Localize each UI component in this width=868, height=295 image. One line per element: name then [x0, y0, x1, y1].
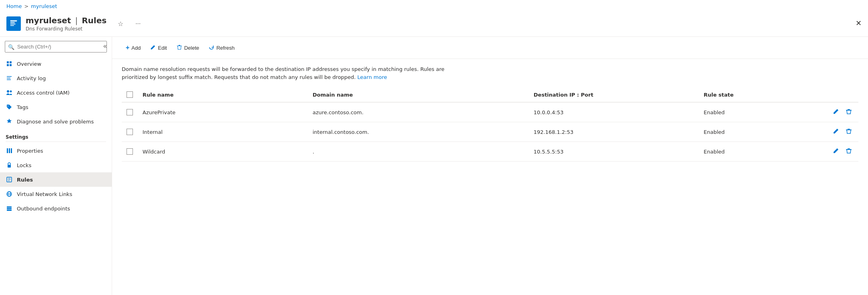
table-header-row: Rule name Domain name Destination IP : P… — [122, 87, 858, 102]
properties-icon — [6, 147, 13, 154]
sidebar-item-virtual-network-links[interactable]: Virtual Network Links — [0, 187, 112, 201]
favorite-button[interactable]: ☆ — [116, 18, 125, 29]
domain-name-cell: azure.contoso.com. — [308, 102, 529, 122]
learn-more-link[interactable]: Learn more — [358, 74, 387, 80]
table-row: Internal internal.contoso.com. 192.168.1… — [122, 122, 858, 142]
svg-rect-4 — [7, 61, 9, 63]
page-subtitle: Dns Forwarding Ruleset — [26, 26, 106, 32]
svg-rect-16 — [8, 165, 11, 168]
toolbar: + Add Edit Delete Refresh — [112, 37, 868, 59]
edit-button[interactable]: Edit — [146, 42, 171, 54]
select-all-checkbox[interactable] — [127, 91, 133, 98]
sidebar-item-rules[interactable]: Rules — [0, 172, 112, 187]
svg-rect-3 — [10, 25, 14, 26]
rule-name-cell: Wildcard — [138, 142, 308, 162]
add-button[interactable]: + Add — [122, 42, 145, 54]
breadcrumb-home[interactable]: Home — [6, 3, 22, 9]
svg-rect-15 — [11, 148, 12, 153]
rule-state-cell: Enabled — [699, 102, 826, 122]
row-edit-button[interactable] — [831, 107, 841, 117]
row-edit-button[interactable] — [831, 127, 841, 137]
table-row: Wildcard . 10.5.5.5:53 Enabled — [122, 142, 858, 162]
svg-point-11 — [7, 90, 9, 93]
sidebar: 🔍 « Overview Activity log — [0, 37, 112, 295]
sidebar-item-access-control[interactable]: Access control (IAM) — [0, 85, 112, 100]
sidebar-item-label: Overview — [17, 61, 41, 67]
row-edit-button[interactable] — [831, 147, 841, 156]
refresh-button[interactable]: Refresh — [205, 42, 239, 54]
collapse-icon: « — [103, 42, 107, 49]
resource-icon — [6, 16, 21, 31]
title-separator: | — [75, 16, 78, 25]
breadcrumb-current: myruleset — [31, 3, 57, 9]
collapse-sidebar-button[interactable]: « — [103, 42, 107, 50]
sidebar-item-properties[interactable]: Properties — [0, 143, 112, 158]
row-checkbox[interactable] — [127, 109, 133, 115]
info-text: Domain name resolution requests will be … — [112, 59, 472, 87]
outbound-endpoints-icon — [6, 205, 13, 212]
header-domain-name: Domain name — [308, 87, 529, 102]
row-delete-button[interactable] — [844, 107, 854, 117]
access-control-icon — [6, 89, 13, 96]
svg-rect-14 — [9, 148, 10, 153]
dest-ip-port-cell: 10.5.5.5:53 — [529, 142, 699, 162]
rule-name-cell: Internal — [138, 122, 308, 142]
domain-name-cell: . — [308, 142, 529, 162]
sidebar-item-overview[interactable]: Overview — [0, 57, 112, 71]
info-text-content: Domain name resolution requests will be … — [122, 66, 444, 80]
resource-name: myruleset — [26, 16, 71, 25]
sidebar-item-label: Properties — [17, 148, 43, 154]
sidebar-item-label: Outbound endpoints — [17, 206, 70, 212]
breadcrumb-separator: > — [24, 3, 28, 9]
star-icon: ☆ — [118, 20, 123, 28]
dest-ip-port-cell: 192.168.1.2:53 — [529, 122, 699, 142]
row-actions-cell — [826, 102, 858, 122]
sidebar-item-diagnose[interactable]: Diagnose and solve problems — [0, 114, 112, 129]
svg-rect-7 — [10, 64, 12, 66]
row-actions-cell — [826, 122, 858, 142]
row-checkbox[interactable] — [127, 148, 133, 155]
svg-rect-10 — [7, 79, 11, 80]
row-delete-button[interactable] — [844, 147, 854, 156]
rule-state-cell: Enabled — [699, 122, 826, 142]
search-input[interactable] — [5, 41, 107, 53]
row-checkbox-cell — [122, 122, 138, 142]
table-row: AzurePrivate azure.contoso.com. 10.0.0.4… — [122, 102, 858, 122]
svg-rect-22 — [7, 208, 12, 209]
sidebar-item-label: Diagnose and solve problems — [17, 119, 94, 125]
rule-name-cell: AzurePrivate — [138, 102, 308, 122]
sidebar-item-label: Virtual Network Links — [17, 191, 72, 197]
edit-label: Edit — [158, 45, 167, 51]
row-checkbox-cell — [122, 142, 138, 162]
close-button[interactable]: ✕ — [856, 19, 862, 28]
sidebar-item-label: Tags — [17, 104, 28, 110]
page-header-text: myruleset | Rules Dns Forwarding Ruleset — [26, 16, 106, 32]
virtual-network-links-icon — [6, 190, 13, 198]
sidebar-item-locks[interactable]: Locks — [0, 158, 112, 172]
rule-state-cell: Enabled — [699, 142, 826, 162]
row-checkbox[interactable] — [127, 129, 133, 135]
svg-rect-8 — [7, 76, 12, 77]
content-area: + Add Edit Delete Refresh — [112, 37, 868, 295]
sidebar-item-activity-log[interactable]: Activity log — [0, 71, 112, 85]
ellipsis-icon: ··· — [135, 20, 141, 27]
sidebar-item-outbound-endpoints[interactable]: Outbound endpoints — [0, 201, 112, 216]
header-rule-state: Rule state — [699, 87, 826, 102]
refresh-label: Refresh — [216, 45, 235, 51]
breadcrumb: Home > myruleset — [0, 0, 868, 12]
delete-icon — [177, 44, 182, 51]
page-title: Rules — [82, 16, 106, 25]
close-icon: ✕ — [856, 19, 862, 27]
rules-table: Rule name Domain name Destination IP : P… — [122, 87, 858, 162]
svg-rect-13 — [7, 148, 8, 153]
domain-name-cell: internal.contoso.com. — [308, 122, 529, 142]
svg-point-12 — [10, 91, 12, 93]
more-options-button[interactable]: ··· — [134, 18, 142, 29]
overview-icon — [6, 60, 13, 67]
row-delete-button[interactable] — [844, 127, 854, 137]
sidebar-nav: Overview Activity log Access control (IA… — [0, 57, 112, 295]
delete-button[interactable]: Delete — [173, 42, 203, 54]
row-checkbox-cell — [122, 102, 138, 122]
sidebar-item-tags[interactable]: Tags — [0, 100, 112, 114]
rules-icon — [6, 176, 13, 183]
